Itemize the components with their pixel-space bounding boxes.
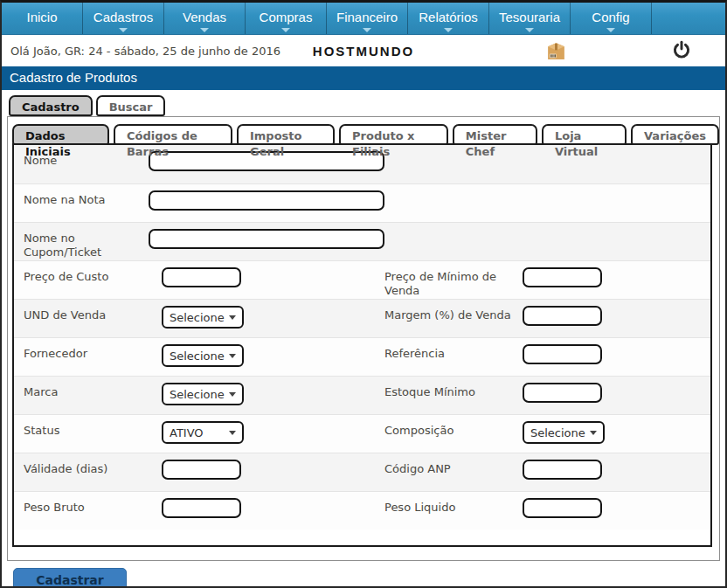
nav-item-tesouraria[interactable]: Tesouraria: [489, 3, 571, 34]
form-row-right: Peso Liquido: [384, 498, 710, 529]
nav-item-financeiro[interactable]: Financeiro: [327, 3, 408, 34]
nav-item-relatorios[interactable]: Relatórios: [408, 3, 489, 34]
subtab-codigos-de-barras[interactable]: Códigos de Barras: [114, 124, 232, 145]
form-row: Preço de CustoPreço de Mínimo de Venda: [14, 260, 710, 299]
chevron-down-icon: [444, 28, 453, 32]
und-de-venda-select[interactable]: Selecione: [162, 306, 244, 329]
nav-item-cadastros[interactable]: Cadastros: [83, 3, 164, 34]
brand-title: HOSTMUNDO: [313, 44, 414, 59]
preco-minimo-de-venda-input[interactable]: [523, 267, 602, 287]
referencia-label: Referência: [384, 344, 523, 361]
preco-de-custo-input[interactable]: [162, 267, 241, 287]
main-tabstrip: CadastroBuscar: [2, 90, 725, 116]
codigo-anp-input[interactable]: [523, 460, 602, 480]
chevron-down-icon: [606, 28, 615, 32]
package-icon[interactable]: [545, 40, 567, 62]
cadastrar-button[interactable]: Cadastrar: [13, 568, 127, 588]
composicao-select[interactable]: Selecione: [523, 421, 605, 444]
dropdown-caret-icon: [229, 315, 236, 320]
dropdown-caret-icon: [590, 431, 597, 435]
marca-label: Marca: [24, 383, 162, 399]
nav-item-config[interactable]: Config: [571, 3, 652, 34]
nav-item-label: Tesouraria: [499, 10, 560, 24]
nav-item-label: Relatórios: [419, 10, 478, 24]
subtab-variacoes[interactable]: Variações: [631, 124, 719, 145]
form-row-right: Estoque Mínimo: [384, 383, 710, 414]
nav-item-label: Vendas: [183, 10, 226, 24]
greeting-text: Olá João, GR: 24 - sábado, 25 de junho d…: [10, 45, 280, 58]
preco-minimo-de-venda-label: Preço de Mínimo de Venda: [384, 267, 523, 298]
validade-dias-input[interactable]: [162, 460, 241, 480]
nav-item-label: Cadastros: [93, 10, 153, 24]
chevron-down-icon: [119, 28, 128, 32]
estoque-minimo-input[interactable]: [523, 383, 602, 403]
form-row: Nome no Cupom/Ticket: [14, 222, 710, 260]
subtab-loja-virtual[interactable]: Loja Virtual: [542, 124, 627, 145]
form-row: UND de VendaSelecioneMargem (%) de Venda: [14, 299, 710, 337]
nome-no-cupom-ticket-input[interactable]: [149, 229, 384, 249]
form-row-right: Margem (%) de Venda: [384, 306, 710, 337]
peso-bruto-input[interactable]: [162, 498, 241, 518]
marca-select-value: Selecione: [170, 388, 225, 401]
tab-cadastro[interactable]: Cadastro: [9, 95, 93, 116]
nome-na-nota-input[interactable]: [149, 190, 384, 211]
form-row-left: Válidade (dias): [14, 460, 384, 491]
form-row: Nome na Nota: [14, 183, 710, 222]
status-select-value: ATIVO: [170, 426, 204, 439]
referencia-input[interactable]: [523, 344, 602, 364]
und-de-venda-label: UND de Venda: [24, 306, 162, 322]
fornecedor-select[interactable]: Selecione: [162, 344, 244, 367]
dados-iniciais-panel: NomeNome na NotaNome no Cupom/TicketPreç…: [12, 143, 712, 547]
chevron-down-icon: [363, 28, 371, 32]
dropdown-caret-icon: [229, 354, 236, 358]
peso-liquido-input[interactable]: [523, 498, 602, 518]
chevron-down-icon: [525, 28, 534, 32]
main-nav: InicioCadastrosVendasComprasFinanceiroRe…: [2, 3, 725, 35]
nav-item-label: Inicio: [26, 10, 57, 24]
dropdown-caret-icon: [229, 431, 236, 435]
form-container: Dados IniciaisCódigos de BarrasImposto G…: [7, 116, 720, 561]
dropdown-caret-icon: [229, 392, 236, 397]
form-row-right: [384, 229, 710, 260]
subtab-produto-x-filiais[interactable]: Produto x Filiais: [339, 124, 448, 145]
form-row-right: [384, 190, 710, 222]
margem-de-venda-label: Margem (%) de Venda: [384, 306, 523, 322]
tab-buscar[interactable]: Buscar: [96, 95, 166, 116]
form-row: StatusATIVOComposiçãoSelecione: [14, 414, 710, 453]
form-row: Peso BrutoPeso Liquido: [14, 491, 710, 529]
chevron-down-icon: [200, 28, 209, 32]
nome-no-cupom-ticket-label: Nome no Cupom/Ticket: [24, 229, 149, 259]
marca-select[interactable]: Selecione: [162, 383, 244, 405]
form-row-left: Preço de Custo: [14, 267, 384, 299]
form-row: FornecedorSelecioneReferência: [14, 337, 710, 376]
und-de-venda-select-value: Selecione: [170, 311, 225, 324]
composicao-select-value: Selecione: [530, 426, 585, 439]
form-row-right: ComposiçãoSelecione: [384, 421, 710, 453]
margem-de-venda-input[interactable]: [523, 306, 602, 326]
form-row-left: MarcaSelecione: [14, 383, 384, 414]
form-row-left: StatusATIVO: [14, 421, 384, 453]
top-bar: Olá João, GR: 24 - sábado, 25 de junho d…: [2, 35, 725, 66]
fornecedor-label: Fornecedor: [24, 344, 162, 361]
status-select[interactable]: ATIVO: [162, 421, 244, 444]
peso-bruto-label: Peso Bruto: [24, 498, 162, 515]
nav-item-inicio[interactable]: Inicio: [2, 3, 83, 34]
form-row: Válidade (dias)Código ANP: [14, 453, 710, 491]
nav-item-vendas[interactable]: Vendas: [164, 3, 246, 34]
page-title: Cadastro de Produtos: [2, 66, 725, 90]
form-row-left: Nome na Nota: [14, 190, 384, 222]
estoque-minimo-label: Estoque Mínimo: [384, 383, 523, 399]
nav-item-label: Compras: [260, 10, 313, 24]
nav-item-compras[interactable]: Compras: [246, 3, 327, 34]
validade-dias-label: Válidade (dias): [24, 460, 162, 476]
form-row-right: [384, 151, 710, 183]
form-row-left: Nome no Cupom/Ticket: [14, 229, 384, 260]
power-icon[interactable]: [672, 40, 691, 59]
form-row-right: Preço de Mínimo de Venda: [384, 267, 710, 299]
subtab-mister-chef[interactable]: Mister Chef: [453, 124, 537, 145]
composicao-label: Composição: [384, 421, 523, 438]
sub-tabstrip: Dados IniciaisCódigos de BarrasImposto G…: [8, 117, 719, 143]
subtab-imposto-geral[interactable]: Imposto Geral: [237, 124, 335, 145]
codigo-anp-label: Código ANP: [384, 460, 523, 476]
subtab-dados-iniciais[interactable]: Dados Iniciais: [12, 124, 109, 145]
